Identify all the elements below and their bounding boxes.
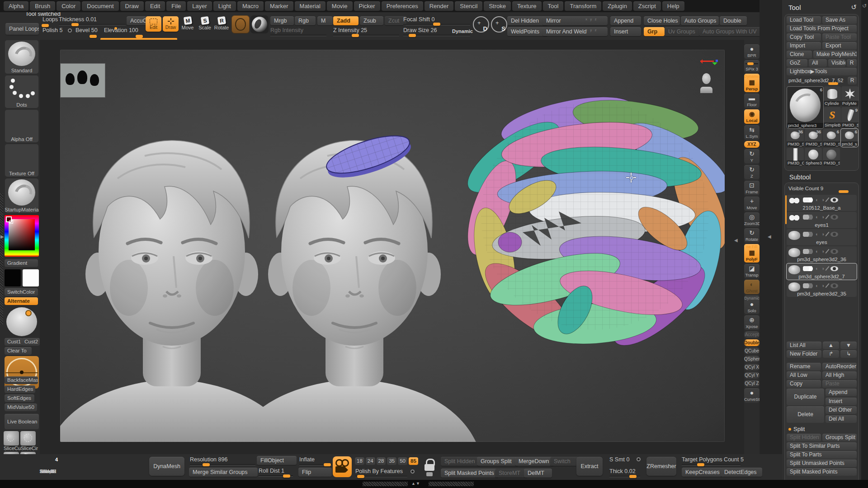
menu-item-5[interactable]: Edit	[145, 1, 165, 11]
gradient-button[interactable]: Gradient	[5, 259, 38, 267]
load-tools-from-project-button[interactable]: Load Tools From Project	[787, 25, 857, 33]
thick-slider[interactable]: Thick 0.02	[609, 468, 636, 474]
right-shelf-item-5[interactable]: ⇆ L.Sym	[744, 125, 760, 140]
right-shelf-item-16[interactable]: Dynamic ● Solo	[744, 296, 760, 314]
right-shelf-item-14[interactable]: ◪ Transp	[744, 264, 760, 278]
thick-handle[interactable]	[629, 475, 637, 478]
brush-toggle-icon[interactable]	[826, 249, 830, 253]
sidebar-scroll-strip[interactable]	[0, 193, 3, 324]
dynamesh-button[interactable]: DynaMesh	[149, 457, 184, 476]
bevel-slider-handle[interactable]	[90, 35, 97, 38]
clone-button[interactable]: Clone	[787, 51, 812, 58]
menu-item-8[interactable]: Light	[213, 1, 236, 11]
subtool-row-2[interactable]: ◐ ◑ eyes	[787, 229, 857, 245]
right-shelf-item-1[interactable]: SPix 3	[744, 60, 760, 72]
tool-thumbnail-5[interactable]: 36 PM3D_S	[805, 129, 822, 147]
menu-item-16[interactable]: Stencil	[455, 1, 482, 11]
right-shelf-item-13[interactable]: ne Fill ▦ PolyF	[744, 244, 760, 263]
soft-edges-button[interactable]: SoftEdges	[5, 394, 34, 402]
right-shelf-item-7[interactable]: ↻ Y	[744, 149, 760, 164]
lightbox-tools-button[interactable]: Lightbox▶Tools	[787, 68, 857, 75]
extract-button[interactable]: Extract	[576, 457, 603, 476]
right-shelf-item-11[interactable]: ◎ Zoom3D	[744, 212, 760, 227]
mergedown-button[interactable]: MergeDown	[515, 457, 554, 466]
brush-toggle-icon[interactable]	[826, 215, 830, 219]
menu-item-20[interactable]: Transform	[565, 1, 601, 11]
displacement-toggle-icon[interactable]: ◑	[821, 283, 825, 288]
uv-toggle-icon[interactable]: ◐	[816, 266, 819, 271]
brush-selector[interactable]: Standard	[5, 40, 39, 74]
cust1-button[interactable]: Cust1	[5, 338, 23, 346]
bottom-tool-5[interactable]: SelectL	[39, 456, 57, 474]
menu-item-0[interactable]: Alpha	[4, 1, 28, 11]
camera-bust-icon[interactable]	[699, 73, 713, 93]
tool-thumbnail-4[interactable]: 36 PM3D_S	[787, 129, 804, 147]
size-preset-0[interactable]: 18	[355, 457, 364, 465]
all-high-button[interactable]: All High	[822, 371, 857, 379]
canvas-divider-arrow[interactable]: ◀	[734, 238, 738, 243]
right-shelf-item-25[interactable]: ● CurveSt	[744, 388, 760, 403]
selected-tool-thumbnail[interactable]: 6 pm3d_sphere3	[787, 86, 824, 129]
mirror-and-weld-button[interactable]: Mirror And Weld	[542, 27, 608, 36]
roll-dist-handle[interactable]	[283, 474, 290, 478]
displacement-toggle-icon[interactable]: ◑	[821, 197, 825, 202]
delmt-button[interactable]: DelMT	[524, 469, 552, 478]
copy-tool-button[interactable]: Copy Tool	[787, 33, 821, 41]
export-button[interactable]: Export	[822, 42, 857, 50]
displacement-toggle-icon[interactable]: ◑	[821, 249, 825, 254]
split-hidden-button[interactable]: Split Hidden	[787, 434, 821, 441]
import-button[interactable]: Import	[787, 42, 821, 50]
m-button[interactable]: M	[317, 16, 333, 25]
split-to-parts-button[interactable]: Split To Parts	[787, 451, 857, 459]
displacement-toggle-icon[interactable]: ◑	[821, 266, 825, 271]
load-tool-button[interactable]: Load Tool	[787, 16, 821, 24]
merge-similar-groups-button[interactable]: Merge Similar Groups	[189, 468, 258, 477]
groups-split-shelf-button[interactable]: Groups Split	[477, 457, 519, 466]
size-preset-3[interactable]: 35	[387, 457, 396, 465]
dynamic-label[interactable]: Dynamic	[452, 28, 473, 34]
polypaint-toggle-icon[interactable]	[803, 215, 813, 220]
slice-curve-brush[interactable]	[4, 431, 19, 446]
subtool-row-0[interactable]: ◐ ◑ 210512_Base_a	[787, 195, 857, 211]
double-button[interactable]: Double	[720, 16, 747, 25]
main-color-swatch[interactable]	[5, 269, 21, 286]
mirror-axis-marks[interactable]: x y z	[585, 17, 597, 21]
displacement-toggle-icon[interactable]: ◑	[821, 232, 825, 237]
menu-item-6[interactable]: File	[166, 1, 186, 11]
tool-r-button[interactable]: R	[848, 77, 857, 84]
zsub-button[interactable]: Zsub	[360, 16, 383, 25]
groups-split-button[interactable]: Groups Split	[822, 434, 857, 441]
split-masked-points-button[interactable]: Split Masked Points	[787, 468, 857, 476]
brush-toggle-icon[interactable]	[826, 232, 830, 236]
visible-button[interactable]: Visible	[828, 59, 845, 67]
save-as-button[interactable]: Save As	[822, 16, 857, 24]
dynamic-draw-size-d-button[interactable]: +D	[473, 16, 489, 33]
visibility-eye-icon[interactable]	[830, 197, 838, 202]
right-shelf-item-9[interactable]: ⊡ Frame	[744, 181, 760, 195]
subtool-row-5[interactable]: ◐ ◑ pm3d_sphere3d2_35	[787, 281, 857, 297]
current-material-icon[interactable]	[250, 15, 269, 33]
size-preset-2[interactable]: 28	[377, 457, 386, 465]
auto-groups-button[interactable]: Auto Groups	[681, 16, 719, 25]
clear-to-button[interactable]: Clear To	[5, 347, 32, 355]
subtool-row-4[interactable]: ◐ ◑ pm3d_sphere3d2_7	[787, 263, 857, 280]
duplicate-button[interactable]: Duplicate	[787, 389, 824, 405]
size-preset-1[interactable]: 24	[366, 457, 375, 465]
right-shelf-item-3[interactable]: ▬ Floor	[744, 94, 760, 108]
del-other-button[interactable]: Del Other	[826, 406, 857, 414]
paste-subtool-button[interactable]: Paste	[822, 380, 857, 388]
lock-camera-icon[interactable]	[422, 457, 438, 478]
detectedges-button[interactable]: DetectEdges	[721, 468, 762, 477]
alternate-button[interactable]: Alternate	[5, 297, 38, 305]
visibility-eye-icon[interactable]	[830, 232, 838, 237]
size-preset-4[interactable]: 50	[398, 457, 407, 465]
all-low-button[interactable]: All Low	[787, 371, 821, 379]
s-smt-slider[interactable]: S Smt 0	[609, 456, 629, 463]
move-in-folder-button[interactable]: ↳	[840, 350, 857, 358]
menu-item-2[interactable]: Color	[57, 1, 80, 11]
tool-thumbnail-8[interactable]: PM3D_C	[787, 148, 804, 166]
tool-thumbnail-10[interactable]: PM3D_S	[823, 148, 840, 166]
menu-item-7[interactable]: Layer	[187, 1, 212, 11]
right-shelf-item-12[interactable]: ↻ Rotate	[744, 228, 760, 243]
light-placement-sphere[interactable]	[5, 307, 39, 336]
